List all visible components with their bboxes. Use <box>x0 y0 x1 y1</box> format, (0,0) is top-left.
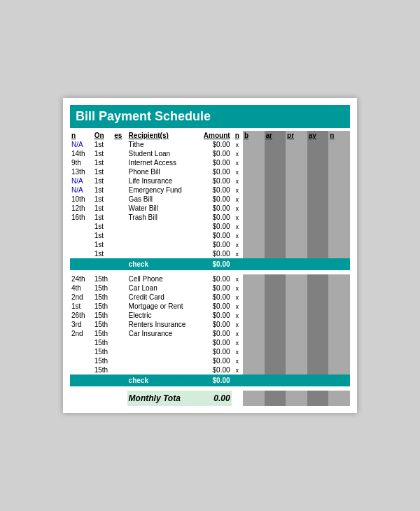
cell-nn <box>328 311 350 320</box>
cell-n: x <box>232 195 243 204</box>
cell-pr <box>286 365 307 374</box>
cell-n: x <box>232 222 243 231</box>
table-row: 15th$0.00x <box>70 347 350 356</box>
cell-es <box>113 302 127 311</box>
cell-recipient <box>127 249 199 258</box>
cell-ar <box>265 249 286 258</box>
cell-due <box>70 240 93 249</box>
cell-amount: $0.00 <box>199 231 232 240</box>
cell-on: 15th <box>93 320 113 329</box>
cell-n: x <box>232 329 243 338</box>
cell-es <box>113 249 127 258</box>
cell-nn <box>328 249 350 258</box>
cell-es <box>113 240 127 249</box>
cell-b <box>243 222 265 231</box>
cell-b <box>243 284 265 293</box>
cell-on: 1st <box>93 249 113 258</box>
cell-due <box>70 338 93 347</box>
cell-amount: $0.00 <box>199 222 232 231</box>
cell-es <box>113 365 127 374</box>
cell-ay <box>307 240 329 249</box>
cell-es <box>113 167 127 176</box>
cell-pr <box>286 240 307 249</box>
cell-ar <box>265 365 286 374</box>
cell-amount: $0.00 <box>199 195 232 204</box>
cell-nn <box>328 284 350 293</box>
cell-on: 1st <box>93 231 113 240</box>
cell-es <box>113 338 127 347</box>
cell-on: 15th <box>93 311 113 320</box>
cell-es <box>113 158 127 167</box>
cell-b <box>243 302 265 311</box>
table-row: 12th1stWater Bill$0.00x <box>70 204 350 213</box>
table-row: 9th1stInternet Access$0.00x <box>70 158 350 167</box>
cell-n: x <box>232 293 243 302</box>
cell-due <box>70 222 93 231</box>
header-recipient: Recipient(s) <box>127 131 199 140</box>
cell-due: 12th <box>70 204 93 213</box>
table-row: 1st$0.00x <box>70 240 350 249</box>
cell-amount: $0.00 <box>199 149 232 158</box>
cell-pr <box>286 347 307 356</box>
table-row: 14th1stStudent Loan$0.00x <box>70 149 350 158</box>
cell-pr <box>286 231 307 240</box>
cell-on: 15th <box>93 302 113 311</box>
cell-b <box>243 240 265 249</box>
table-row: 2nd15thCredit Card$0.00x <box>70 293 350 302</box>
table-row: 16th1stTrash Bill$0.00x <box>70 213 350 222</box>
cell-b <box>243 167 265 176</box>
cell-on: 15th <box>93 365 113 374</box>
cell-n: x <box>232 320 243 329</box>
cell-pr <box>286 158 307 167</box>
cell-b <box>243 213 265 222</box>
cell-n: x <box>232 302 243 311</box>
cell-n: x <box>232 240 243 249</box>
cell-recipient: Trash Bill <box>127 213 199 222</box>
cell-on: 1st <box>93 213 113 222</box>
cell-es <box>113 195 127 204</box>
bill-payment-sheet: Bill Payment Schedule n On es Recipient(… <box>63 98 357 413</box>
cell-b <box>243 149 265 158</box>
cell-on: 15th <box>93 338 113 347</box>
cell-n: x <box>232 204 243 213</box>
table-row: 26th15thElectric$0.00x <box>70 311 350 320</box>
cell-ar <box>265 176 286 186</box>
table-row: 10th1stGas Bill$0.00x <box>70 195 350 204</box>
cell-due <box>70 249 93 258</box>
cell-nn <box>328 231 350 240</box>
cell-amount: $0.00 <box>199 186 232 195</box>
cell-on: 15th <box>93 329 113 338</box>
cell-nn <box>328 213 350 222</box>
cell-pr <box>286 195 307 204</box>
cell-n: x <box>232 311 243 320</box>
cell-due <box>70 347 93 356</box>
cell-n: x <box>232 249 243 258</box>
cell-n: x <box>232 158 243 167</box>
cell-on: 15th <box>93 293 113 302</box>
cell-b <box>243 176 265 186</box>
cell-es <box>113 222 127 231</box>
cell-on: 1st <box>93 186 113 195</box>
table-row: N/A1stLife Insurance$0.00x <box>70 176 350 186</box>
cell-nn <box>328 195 350 204</box>
cell-ay <box>307 222 329 231</box>
cell-amount: $0.00 <box>199 167 232 176</box>
cell-n: x <box>232 213 243 222</box>
cell-amount: $0.00 <box>199 249 232 258</box>
cell-ar <box>265 213 286 222</box>
cell-b <box>243 186 265 195</box>
check1-amount: $0.00 <box>199 258 232 270</box>
cell-recipient: Mortgage or Rent <box>127 302 199 311</box>
cell-ar <box>265 167 286 176</box>
cell-ay <box>307 195 329 204</box>
cell-ar <box>265 302 286 311</box>
cell-due: 2nd <box>70 329 93 338</box>
header-due: n <box>70 131 93 140</box>
cell-b <box>243 158 265 167</box>
cell-nn <box>328 365 350 374</box>
cell-on: 1st <box>93 204 113 213</box>
cell-nn <box>328 222 350 231</box>
cell-n: x <box>232 284 243 293</box>
check-row-1: check $0.00 <box>70 258 350 270</box>
cell-es <box>113 186 127 195</box>
